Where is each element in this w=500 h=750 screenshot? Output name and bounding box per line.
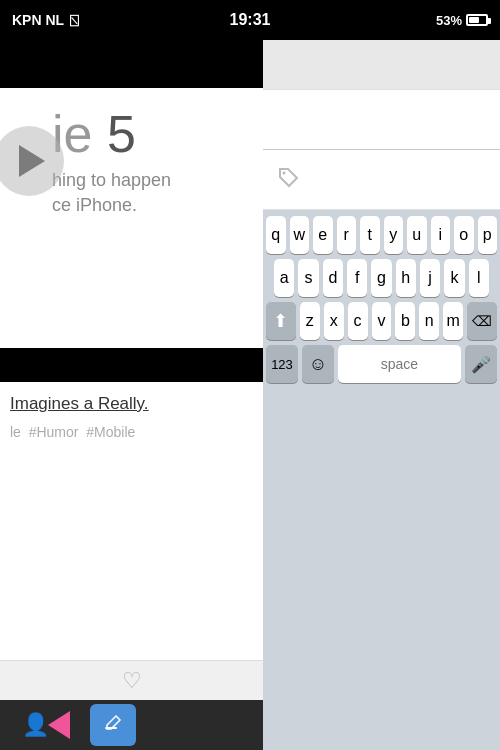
edit-icon xyxy=(103,713,123,738)
heart-row: ♡ xyxy=(0,661,263,700)
key-v[interactable]: v xyxy=(372,302,392,340)
wifi-icon: ⍂ xyxy=(70,12,78,28)
person-tab[interactable]: 👤 xyxy=(12,704,58,746)
status-right: 53% xyxy=(436,13,488,28)
person-icon: 👤 xyxy=(22,712,49,738)
key-e[interactable]: e xyxy=(313,216,333,254)
key-k[interactable]: k xyxy=(444,259,464,297)
status-time: 19:31 xyxy=(230,11,271,29)
input-area xyxy=(263,40,500,150)
play-arrow-icon xyxy=(19,145,45,177)
app-header xyxy=(0,40,263,88)
tag-prefix: le xyxy=(10,424,21,440)
tag-humor: #Humor xyxy=(29,424,79,440)
key-space[interactable]: space xyxy=(338,345,461,383)
blog-area: Imagines a Really. le #Humor #Mobile xyxy=(0,382,263,456)
key-j[interactable]: j xyxy=(420,259,440,297)
key-emoji[interactable]: ☺ xyxy=(302,345,334,383)
key-d[interactable]: d xyxy=(323,259,343,297)
carrier-text: KPN NL xyxy=(12,12,64,28)
key-delete[interactable]: ⌫ xyxy=(467,302,497,340)
iphone5-desc2: ce iPhone. xyxy=(52,193,251,218)
key-i[interactable]: i xyxy=(431,216,451,254)
key-y[interactable]: y xyxy=(384,216,404,254)
key-a[interactable]: a xyxy=(274,259,294,297)
tag-icon xyxy=(277,166,299,194)
key-mic[interactable]: 🎤 xyxy=(465,345,497,383)
key-123[interactable]: 123 xyxy=(266,345,298,383)
key-r[interactable]: r xyxy=(337,216,357,254)
key-b[interactable]: b xyxy=(395,302,415,340)
tag-area xyxy=(263,150,500,210)
key-p[interactable]: p xyxy=(478,216,498,254)
key-n[interactable]: n xyxy=(419,302,439,340)
left-panel: ie 5 hing to happen ce iPhone. Imagines … xyxy=(0,40,263,750)
iphone5-desc1: hing to happen xyxy=(52,168,251,193)
main-area: ie 5 hing to happen ce iPhone. Imagines … xyxy=(0,40,500,750)
key-row-4: 123 ☺ space 🎤 xyxy=(266,345,497,383)
key-w[interactable]: w xyxy=(290,216,310,254)
key-row-1: q w e r t y u i o p xyxy=(266,216,497,254)
key-q[interactable]: q xyxy=(266,216,286,254)
key-row-2: a s d f g h j k l xyxy=(266,259,497,297)
svg-point-1 xyxy=(283,171,286,174)
battery-percent: 53% xyxy=(436,13,462,28)
key-x[interactable]: x xyxy=(324,302,344,340)
key-c[interactable]: c xyxy=(348,302,368,340)
iphone5-label: ie 5 xyxy=(52,104,251,164)
key-t[interactable]: t xyxy=(360,216,380,254)
key-g[interactable]: g xyxy=(371,259,391,297)
key-s[interactable]: s xyxy=(298,259,318,297)
input-field-bottom[interactable] xyxy=(263,90,500,148)
key-o[interactable]: o xyxy=(454,216,474,254)
key-z[interactable]: z xyxy=(300,302,320,340)
tag-mobile: #Mobile xyxy=(86,424,135,440)
keyboard: q w e r t y u i o p a s d f g h j k xyxy=(263,210,500,750)
black-divider xyxy=(0,348,263,382)
status-left: KPN NL ⍂ xyxy=(12,12,78,28)
key-l[interactable]: l xyxy=(469,259,489,297)
battery-icon xyxy=(466,14,488,26)
edit-tab[interactable] xyxy=(90,704,136,746)
key-f[interactable]: f xyxy=(347,259,367,297)
key-h[interactable]: h xyxy=(396,259,416,297)
right-panel: q w e r t y u i o p a s d f g h j k xyxy=(263,40,500,750)
key-u[interactable]: u xyxy=(407,216,427,254)
heart-icon[interactable]: ♡ xyxy=(122,668,142,694)
blog-tags: le #Humor #Mobile xyxy=(10,424,253,440)
status-bar: KPN NL ⍂ 19:31 53% xyxy=(0,0,500,40)
tab-bar: 👤 xyxy=(0,700,263,750)
key-shift[interactable]: ⬆ xyxy=(266,302,296,340)
blog-title: Imagines a Really. xyxy=(10,394,253,414)
input-field-top[interactable] xyxy=(263,40,500,90)
pink-arrow-icon xyxy=(48,711,70,739)
bottom-bar: ♡ 👤 xyxy=(0,660,263,750)
key-m[interactable]: m xyxy=(443,302,463,340)
key-row-3: ⬆ z x c v b n m ⌫ xyxy=(266,302,497,340)
content-area: ie 5 hing to happen ce iPhone. xyxy=(0,88,263,348)
